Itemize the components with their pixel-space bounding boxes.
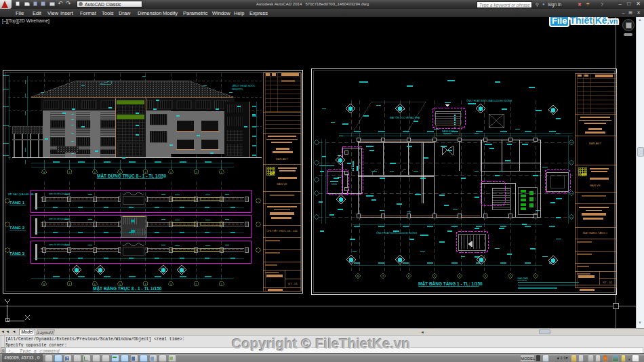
svg-text:XEM KT11: XEM KT11 [232, 88, 243, 91]
svg-text:ÔNG THOÁT NƯỚC D=110 ĐI XUỒNG: ÔNG THOÁT NƯỚC D=110 ĐI XUỒNG [376, 231, 418, 235]
svg-text:TẦNG 3: TẦNG 3 [9, 252, 25, 256]
svg-text:8: 8 [43, 172, 45, 174]
svg-text:BAN AĐT: BAN AĐT [589, 142, 601, 145]
svg-text:KT - 01: KT - 01 [288, 282, 298, 285]
svg-text:7: 7 [68, 283, 70, 286]
svg-text:6: 6 [94, 283, 96, 286]
svg-text:4: 4 [459, 275, 460, 278]
svg-text:KT - 02: KT - 02 [603, 281, 612, 284]
svg-text:MẶT BẰNG TẦNG 1: MẶT BẰNG TẦNG 1 [583, 231, 608, 235]
svg-text:TẦNG 1: TẦNG 1 [9, 201, 25, 205]
svg-text:6: 6 [408, 275, 409, 278]
svg-text:BẢN VẼ: BẢN VẼ [590, 184, 601, 187]
svg-text:xem chi tiết cầu thang: xem chi tiết cầu thang [49, 243, 70, 246]
svg-text:BẢN VẼ: BẢN VẼ [277, 182, 287, 186]
svg-text:8: 8 [357, 275, 359, 278]
svg-text:1: 1 [535, 275, 536, 278]
svg-text:3: 3 [170, 283, 172, 286]
svg-text:CHI TIẾT TRỤC C8 - 1&1: CHI TIẾT TRỤC C8 - 1&1 [266, 229, 298, 233]
svg-text:MẶT BẰNG TRỤC 8 - 1 - TL 1/150: MẶT BẰNG TRỤC 8 - 1 - TL 1/150 [93, 285, 162, 291]
svg-text:5: 5 [434, 275, 435, 278]
svg-text:ÔNG THOÁT NƯỚC MÁI D=110 ĐI XU: ÔNG THOÁT NƯỚC MÁI D=110 ĐI XUỒNG [466, 99, 512, 102]
svg-text:7: 7 [68, 172, 70, 174]
svg-text:xem chi tiết cầu thang: xem chi tiết cầu thang [49, 218, 70, 220]
svg-text:xem chi tiết cầu thang: xem chi tiết cầu thang [49, 193, 70, 195]
svg-text:MẶT ĐỨNG TRỤC 8 - 1 - TL 1/150: MẶT ĐỨNG TRỤC 8 - 1 - TL 1/150 [97, 173, 166, 178]
svg-text:2: 2 [195, 172, 197, 174]
svg-text:MẶT BẰNG TẦNG 1 - TL: 1/150: MẶT BẰNG TẦNG 1 - TL: 1/150 [418, 280, 483, 286]
svg-text:3: 3 [485, 275, 486, 278]
svg-text:4: 4 [145, 283, 146, 286]
svg-text:8: 8 [43, 283, 45, 286]
svg-text:GHI CHÚ: GHI CHÚ [517, 277, 528, 280]
svg-text:TẦNG 2: TẦNG 2 [9, 226, 25, 230]
svg-text:ĐF: ĐF [582, 172, 587, 176]
svg-text:1: 1 [221, 172, 222, 174]
svg-text:3: 3 [170, 172, 172, 174]
svg-text:2: 2 [510, 275, 511, 278]
svg-text:ĐF: ĐF [270, 172, 275, 176]
svg-text:5: 5 [119, 283, 121, 286]
svg-text:1: 1 [221, 283, 222, 286]
svg-text:BAN AĐT: BAN AĐT [276, 157, 288, 161]
svg-text:MÁI TÔN DỐC VỀ SAU NHÀ: MÁI TÔN DỐC VỀ SAU NHÀ [390, 116, 420, 119]
svg-text:6: 6 [94, 172, 96, 174]
svg-text:LÊN Ở THOÁT NƠỚC: LÊN Ở THOÁT NƠỚC [232, 84, 256, 87]
svg-text:7: 7 [382, 275, 384, 278]
svg-text:2: 2 [195, 283, 197, 286]
